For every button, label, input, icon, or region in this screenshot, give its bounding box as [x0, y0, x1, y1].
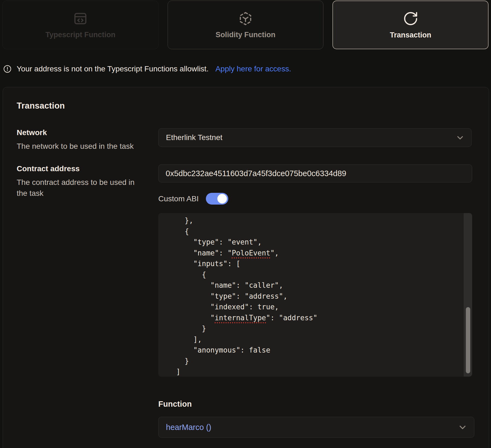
abi-code-editor[interactable]: }, { "type": "event", "name": "PoloEvent…	[158, 213, 472, 377]
function-label: Function	[158, 400, 474, 409]
toggle-knob	[217, 194, 227, 203]
network-select[interactable]: Etherlink Testnet	[158, 128, 472, 147]
chevron-down-icon	[455, 133, 465, 142]
editor-scrollbar-thumb[interactable]	[466, 307, 470, 373]
editor-scrollbar-track[interactable]	[464, 213, 472, 377]
contract-address-input[interactable]	[158, 164, 472, 182]
function-select-value: hearMarco ()	[166, 423, 211, 432]
dashed-cube-icon	[238, 11, 253, 26]
rotate-cw-icon	[403, 11, 419, 27]
alert-text: Your address is not on the Typescript Fu…	[17, 65, 209, 73]
function-controls: Function hearMarco ()	[158, 400, 474, 438]
panel-title: Transaction	[17, 101, 472, 111]
custom-abi-toggle[interactable]	[206, 193, 228, 205]
contract-controls: Custom ABI }, { "type": "event", "name":…	[158, 164, 472, 377]
network-description: The network to be used in the task	[17, 141, 137, 152]
contract-labels: Contract address The contract address to…	[17, 164, 158, 199]
function-select[interactable]: hearMarco ()	[158, 417, 474, 438]
network-labels: Network The network to be used in the ta…	[17, 128, 158, 152]
contract-address-description: The contract address to be used in the t…	[17, 177, 137, 199]
chevron-down-icon	[458, 422, 467, 432]
network-select-value: Etherlink Testnet	[166, 133, 223, 142]
function-row: Function hearMarco ()	[17, 400, 472, 438]
abi-code-content: }, { "type": "event", "name": "PoloEvent…	[158, 213, 472, 377]
allowlist-alert: Your address is not on the Typescript Fu…	[3, 65, 491, 73]
network-label: Network	[17, 128, 158, 137]
code-window-icon	[73, 11, 88, 26]
task-type-tabs: Typescript Function Solidity Function Tr…	[2, 1, 489, 49]
transaction-panel: Transaction Network The network to be us…	[3, 87, 489, 448]
tab-label: Solidity Function	[216, 31, 276, 39]
tab-solidity-function[interactable]: Solidity Function	[168, 1, 324, 49]
network-row: Network The network to be used in the ta…	[17, 128, 472, 152]
tab-typescript-function[interactable]: Typescript Function	[2, 1, 159, 49]
apply-access-link[interactable]: Apply here for access.	[215, 65, 291, 73]
custom-abi-label: Custom ABI	[158, 194, 199, 203]
contract-address-label: Contract address	[17, 164, 158, 173]
contract-row: Contract address The contract address to…	[17, 164, 472, 377]
tab-label: Typescript Function	[45, 31, 115, 39]
custom-abi-row: Custom ABI	[158, 193, 472, 205]
tab-label: Transaction	[390, 31, 431, 39]
alert-circle-icon	[3, 65, 11, 73]
tab-transaction[interactable]: Transaction	[332, 1, 489, 49]
